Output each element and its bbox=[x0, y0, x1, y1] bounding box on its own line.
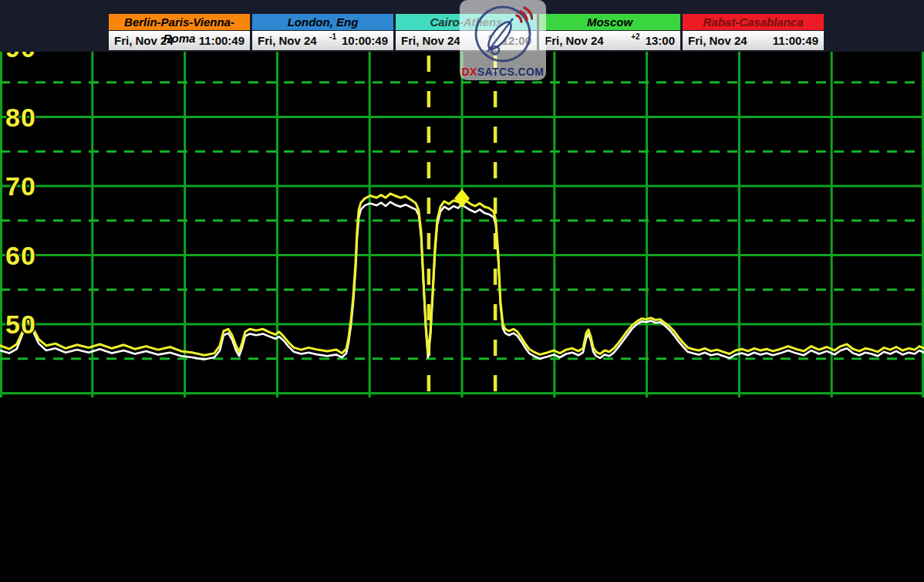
clock-city-label: Rabat-Casablanca bbox=[683, 14, 824, 30]
clock-london: London, Eng Fri, Nov 24 -110:00:49 bbox=[252, 14, 393, 50]
clock-time-group: 11:00:49 bbox=[767, 34, 818, 47]
clock-city-label: Berlin-Paris-Vienna-Roma bbox=[109, 14, 250, 30]
watermark-rest: SATCS.COM bbox=[477, 66, 545, 78]
clock-time-group: -110:00:49 bbox=[329, 34, 388, 47]
clock-rabat: Rabat-Casablanca Fri, Nov 24 11:00:49 bbox=[683, 14, 824, 50]
dxsatcs-logo-icon bbox=[473, 3, 533, 65]
clock-time-group: 11:00:49 bbox=[194, 34, 244, 47]
clock-utc-offset: -1 bbox=[329, 32, 336, 41]
marker-diamond bbox=[454, 189, 470, 208]
y-axis-tick-label: 60 bbox=[5, 241, 36, 270]
watermark-dx: DX bbox=[462, 66, 477, 78]
clock-time-value: 13:00 bbox=[646, 34, 675, 47]
dxsatcs-watermark-text: DXSATCS.COM bbox=[460, 66, 546, 78]
clock-utc-offset: +2 bbox=[631, 32, 639, 41]
clock-time-row: Fri, Nov 24 11:00:49 bbox=[683, 31, 824, 50]
clock-time-value: 10:00:49 bbox=[342, 34, 388, 47]
clock-date: Fri, Nov 24 bbox=[258, 34, 317, 47]
clock-time-row: Fri, Nov 24 +213:00 bbox=[539, 31, 680, 50]
clock-time-row: Fri, Nov 24 -110:00:49 bbox=[252, 31, 393, 50]
readout-panel: ! Pwr 77.0 dBµV ✔ C/N 20.1 dB 12627.0 MH… bbox=[0, 398, 924, 582]
clock-moscow: Moscow Fri, Nov 24 +213:00 bbox=[539, 14, 680, 50]
clock-time-value: 11:00:49 bbox=[199, 34, 244, 47]
clock-date: Fri, Nov 24 bbox=[114, 34, 174, 47]
clock-city-label: Moscow bbox=[539, 14, 680, 30]
clock-berlin: Berlin-Paris-Vienna-Roma Fri, Nov 24 11:… bbox=[109, 14, 250, 50]
y-axis-tick-label: 90 bbox=[5, 52, 36, 63]
spectrum-plot: 9080706050 bbox=[0, 52, 924, 398]
satmeter-screen: Berlin-Paris-Vienna-Roma Fri, Nov 24 11:… bbox=[0, 0, 924, 582]
clock-date: Fri, Nov 24 bbox=[688, 34, 747, 47]
clock-time-group: +213:00 bbox=[631, 34, 675, 47]
clock-time-value: 11:00:49 bbox=[773, 34, 818, 47]
dxsatcs-watermark: DXSATCS.COM bbox=[460, 0, 546, 80]
clock-date: Fri, Nov 24 bbox=[401, 34, 460, 47]
clock-city-label: London, Eng bbox=[252, 14, 393, 30]
y-axis-tick-label: 50 bbox=[5, 310, 36, 339]
grid-lines bbox=[0, 52, 924, 398]
clock-date: Fri, Nov 24 bbox=[545, 34, 604, 47]
y-axis-tick-label: 80 bbox=[5, 103, 36, 132]
y-axis-tick-label: 70 bbox=[5, 171, 36, 201]
